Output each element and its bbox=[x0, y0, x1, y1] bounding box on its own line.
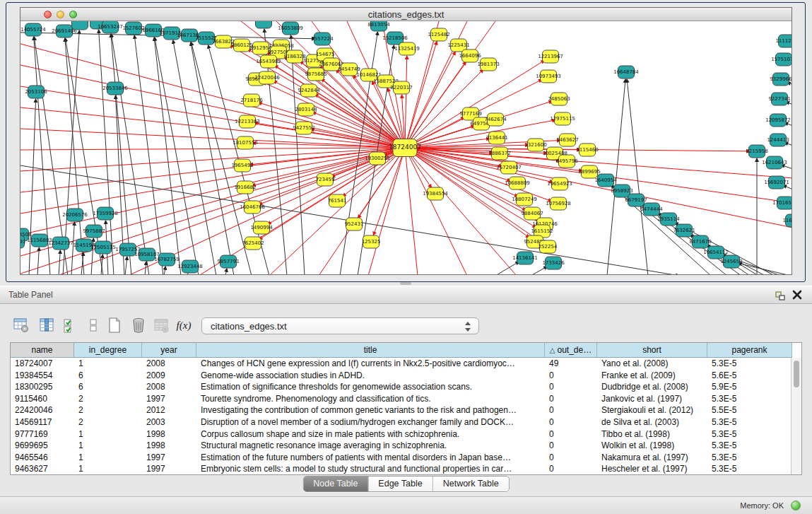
graph-node[interactable]: 2803144 bbox=[295, 103, 317, 116]
graph-node[interactable]: 1733426 bbox=[542, 257, 565, 269]
graph-node[interactable]: 20533846 bbox=[102, 82, 128, 95]
table-selector-dropdown[interactable]: citations_edges.txt bbox=[201, 317, 479, 334]
graph-node[interactable]: 1244413 bbox=[767, 134, 789, 146]
graph-node[interactable]: 1640954 bbox=[594, 174, 617, 187]
graph-node[interactable]: 7632621 bbox=[673, 224, 695, 237]
unselect-all-rows-button[interactable] bbox=[83, 315, 103, 335]
table-row[interactable]: 911546021997Tourette syndrome. Phenomeno… bbox=[11, 393, 801, 405]
graph-node[interactable]: 9242844 bbox=[298, 84, 320, 97]
graph-node[interactable]: 17359928 bbox=[93, 207, 118, 220]
graph-node[interactable]: 7485063 bbox=[548, 93, 570, 105]
graph-node[interactable]: 8471670 bbox=[689, 235, 711, 248]
graph-node[interactable]: 16053809 bbox=[278, 22, 303, 35]
table-row[interactable]: 1456911722003Disruption of a novel membe… bbox=[11, 416, 801, 428]
float-panel-icon[interactable] bbox=[775, 291, 785, 300]
network-canvas[interactable]: 1405572420691406106532471527602696616010… bbox=[20, 21, 792, 274]
column-header-outde[interactable]: △out_de… bbox=[545, 343, 597, 358]
graph-node[interactable]: 252254 bbox=[539, 240, 558, 253]
graph-node[interactable]: 1965492 bbox=[231, 159, 253, 172]
graph-node[interactable]: 8220317 bbox=[390, 81, 412, 94]
graph-node[interactable]: 16648784 bbox=[613, 66, 639, 78]
graph-node[interactable]: 9474444 bbox=[640, 203, 663, 216]
graph-node[interactable]: 18807249 bbox=[512, 193, 537, 206]
graph-node[interactable]: 9115460 bbox=[576, 144, 598, 156]
graph-node[interactable]: 9875685 bbox=[305, 68, 326, 81]
column-header-year[interactable]: year bbox=[142, 343, 196, 358]
graph-node[interactable]: 14055724 bbox=[20, 23, 46, 36]
graph-node[interactable]: 12923448 bbox=[177, 260, 203, 273]
graph-node[interactable]: 14136141 bbox=[512, 252, 538, 264]
graph-node[interactable]: 8215958 bbox=[746, 145, 767, 158]
graph-node[interactable]: 2136441 bbox=[486, 132, 507, 144]
graph-node[interactable]: 2053106 bbox=[25, 86, 47, 98]
graph-node[interactable]: 1167533 bbox=[782, 214, 792, 227]
create-table-button[interactable] bbox=[105, 315, 124, 335]
vertical-scrollbar[interactable] bbox=[791, 358, 801, 474]
graph-node[interactable]: 1490994 bbox=[250, 221, 273, 234]
graph-node[interactable]: 15720407 bbox=[496, 161, 522, 174]
graph-node[interactable]: 1916682 bbox=[234, 181, 256, 194]
scrollbar-thumb[interactable] bbox=[794, 361, 799, 387]
graph-node[interactable]: 15692071 bbox=[764, 176, 789, 189]
column-header-pagerank[interactable]: pagerank bbox=[707, 343, 792, 358]
tab-network-table[interactable]: Network Table bbox=[433, 477, 509, 491]
graph-node[interactable]: 9245652 bbox=[720, 255, 742, 268]
table-row[interactable]: 946554611997Estimation of the future num… bbox=[11, 452, 801, 464]
show-column-button[interactable] bbox=[37, 315, 57, 335]
memory-ok-indicator-icon[interactable] bbox=[791, 501, 801, 510]
graph-node[interactable]: 1527602 bbox=[122, 22, 144, 35]
graph-node[interactable]: 12213383 bbox=[235, 115, 260, 128]
graph-node[interactable]: 15751074 bbox=[771, 53, 792, 66]
network-window-titlebar[interactable]: citations_edges.txt bbox=[20, 8, 792, 21]
graph-node[interactable]: 10688809 bbox=[505, 177, 530, 189]
table-row[interactable]: 1938455462009Genome-wide association stu… bbox=[11, 370, 801, 382]
graph-node[interactable]: 9427552 bbox=[293, 122, 314, 134]
graph-node[interactable]: 1111204 bbox=[775, 35, 792, 47]
table-row[interactable]: 969969511998Structural magnetic resonanc… bbox=[11, 440, 801, 452]
graph-node[interactable]: 9329966 bbox=[770, 73, 792, 86]
tab-edge-table[interactable]: Edge Table bbox=[367, 477, 432, 491]
graph-node[interactable]: 8186328 bbox=[283, 50, 305, 63]
column-header-title[interactable]: title bbox=[196, 343, 545, 358]
graph-node[interactable]: 20206576 bbox=[62, 209, 88, 221]
panel-splitter-handle[interactable] bbox=[400, 282, 411, 285]
graph-node[interactable]: 2935114 bbox=[657, 213, 680, 226]
graph-node[interactable]: 125325 bbox=[362, 235, 381, 248]
tab-node-table[interactable]: Node Table bbox=[303, 477, 367, 491]
graph-node[interactable]: 7462674 bbox=[484, 113, 507, 126]
graph-node[interactable]: 8813054 bbox=[367, 21, 390, 31]
graph-node[interactable]: 9463627 bbox=[556, 134, 578, 146]
table-row[interactable]: 1872400712008Changes of HCN gene express… bbox=[11, 358, 801, 370]
hub-node[interactable]: 18724007 bbox=[389, 139, 421, 157]
select-all-rows-button[interactable] bbox=[61, 315, 81, 335]
graph-node[interactable]: 1321600 bbox=[524, 139, 546, 151]
graph-node[interactable]: 9857791 bbox=[217, 255, 239, 268]
function-builder-button[interactable]: f(x) bbox=[174, 315, 194, 335]
graph-node[interactable]: 7886372 bbox=[488, 147, 510, 160]
graph-node[interactable]: 12975115 bbox=[550, 112, 575, 125]
graph-node[interactable]: 2718176 bbox=[240, 94, 263, 107]
graph-node[interactable]: 19654923 bbox=[547, 177, 572, 190]
graph-node[interactable]: 1981373 bbox=[477, 58, 499, 71]
graph-node[interactable]: 952431 bbox=[345, 218, 364, 230]
graph-node[interactable]: 12095872 bbox=[765, 114, 791, 127]
table-row[interactable]: 1830029562008Estimation of significance … bbox=[11, 381, 801, 393]
table-row[interactable]: 977716911998Corpus callosum shape and si… bbox=[11, 428, 801, 440]
close-panel-icon[interactable] bbox=[792, 290, 802, 300]
table-row[interactable]: 946362711997Embryonic stem cells: a mode… bbox=[11, 463, 801, 475]
modify-table-button[interactable] bbox=[11, 315, 31, 335]
graph-node[interactable]: 17016504 bbox=[772, 197, 792, 209]
column-header-name[interactable]: name bbox=[11, 343, 74, 358]
graph-node[interactable]: 1664096 bbox=[459, 49, 481, 62]
graph-node[interactable]: 9227341 bbox=[768, 93, 790, 105]
graph-node[interactable]: 9899695 bbox=[578, 165, 600, 178]
graph-node[interactable]: 12213967 bbox=[538, 50, 563, 63]
graph-node[interactable]: 723459 bbox=[316, 173, 335, 186]
graph-node[interactable]: 18107554 bbox=[233, 136, 258, 149]
delete-table-button[interactable] bbox=[129, 315, 148, 335]
graph-node[interactable]: 10756928 bbox=[546, 197, 571, 210]
graph-node[interactable]: 19384554 bbox=[423, 187, 448, 200]
graph-node[interactable]: 7625402 bbox=[242, 237, 264, 250]
graph-node[interactable]: 6495796 bbox=[555, 155, 578, 168]
column-header-indegree[interactable]: in_degree bbox=[74, 343, 142, 358]
